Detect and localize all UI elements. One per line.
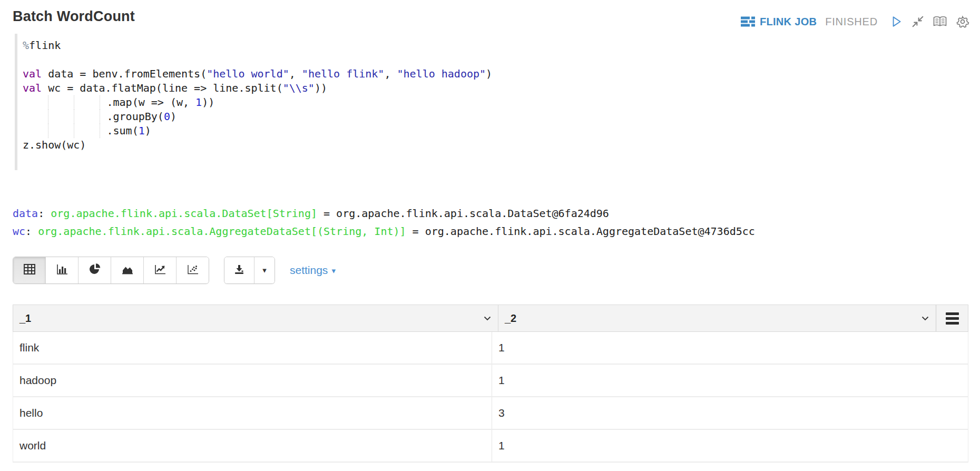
repl-output: data: org.apache.flink.api.scala.DataSet… xyxy=(13,204,755,240)
settings-caret-icon: ▾ xyxy=(331,265,336,276)
result-table: _1 _2 flink1hadoop1hello3world1 xyxy=(13,305,968,471)
table-icon xyxy=(23,263,36,277)
download-icon xyxy=(233,264,245,277)
table-cell: 1 xyxy=(492,332,968,364)
table-cell: hello xyxy=(13,397,492,429)
tasks-icon xyxy=(741,16,755,27)
book-icon[interactable] xyxy=(933,15,947,28)
flink-job-label: FLINK JOB xyxy=(760,16,817,28)
bar-chart-button[interactable] xyxy=(46,257,79,283)
paragraph-controls: FLINK JOB FINISHED xyxy=(741,15,969,28)
table-row: hadoop1 xyxy=(13,365,968,397)
table-cell: hadoop xyxy=(13,365,492,396)
scatter-chart-icon xyxy=(187,263,199,277)
code-editor[interactable]: %flink val data = benv.fromElements("hel… xyxy=(15,34,967,170)
column-header-1-label: _1 xyxy=(19,312,31,325)
table-row: world1 xyxy=(13,430,968,463)
chevron-down-icon[interactable] xyxy=(922,316,929,321)
table-row: hello3 xyxy=(13,397,968,430)
zeppelin-paragraph: Batch WordCount FLINK JOB FINISHED xyxy=(0,0,980,471)
scatter-chart-button[interactable] xyxy=(177,257,209,283)
line-chart-icon xyxy=(154,263,166,277)
menu-icon xyxy=(946,312,959,325)
table-cell: world xyxy=(13,430,492,462)
chart-type-group xyxy=(13,257,209,284)
download-button[interactable] xyxy=(224,257,254,283)
settings-label: settings xyxy=(290,264,328,277)
table-header-row: _1 _2 xyxy=(13,305,968,332)
table-view-button[interactable] xyxy=(13,257,46,283)
column-header-2-label: _2 xyxy=(505,312,516,325)
caret-down-icon: ▾ xyxy=(262,266,267,275)
table-body: flink1hadoop1hello3world1 xyxy=(13,332,968,463)
chevron-down-icon[interactable] xyxy=(484,316,491,321)
area-chart-button[interactable] xyxy=(111,257,144,283)
table-row: flink1 xyxy=(13,332,968,365)
line-chart-button[interactable] xyxy=(144,257,177,283)
flink-job-button[interactable]: FLINK JOB xyxy=(741,16,817,28)
page-title: Batch WordCount xyxy=(13,8,135,25)
table-cell: 3 xyxy=(492,397,968,429)
compress-icon[interactable] xyxy=(912,15,924,28)
download-caret-button[interactable]: ▾ xyxy=(254,257,275,283)
column-header-1[interactable]: _1 xyxy=(13,305,498,331)
viz-toolbar: ▾ settings ▾ xyxy=(13,257,336,284)
status-badge: FINISHED xyxy=(825,16,878,28)
table-cell: flink xyxy=(13,332,492,364)
pie-chart-icon xyxy=(89,263,101,278)
area-chart-icon xyxy=(121,263,134,277)
download-group: ▾ xyxy=(224,257,275,284)
gear-icon[interactable] xyxy=(956,15,969,28)
table-menu-button[interactable] xyxy=(936,305,968,331)
table-cell: 1 xyxy=(492,430,968,462)
play-icon[interactable] xyxy=(889,15,903,28)
settings-toggle[interactable]: settings ▾ xyxy=(290,264,336,277)
pie-chart-button[interactable] xyxy=(79,257,111,283)
bar-chart-icon xyxy=(56,263,68,277)
table-cell: 1 xyxy=(492,365,968,396)
column-header-2[interactable]: _2 xyxy=(498,305,936,331)
